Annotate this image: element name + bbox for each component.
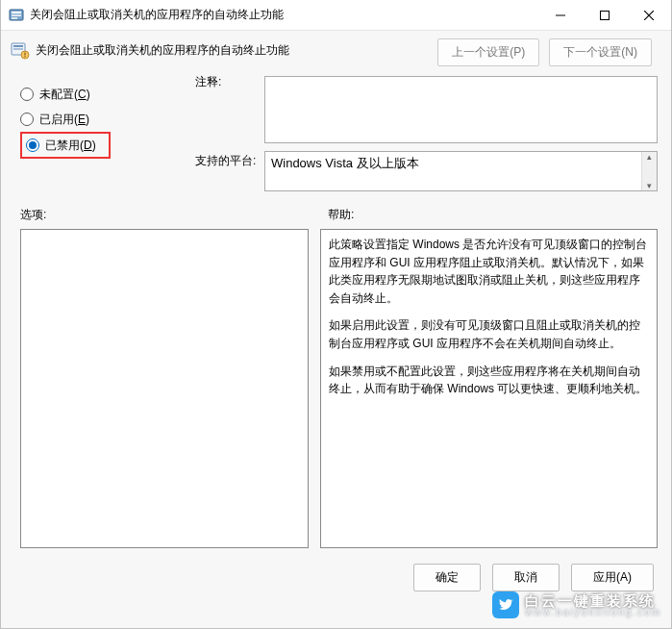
radio-icon (20, 113, 34, 126)
radio-label: 未配置 (39, 88, 74, 101)
watermark-brand: 白云一键重装系统 (525, 593, 661, 608)
svg-rect-10 (13, 48, 23, 50)
config-area: 未配置(C) 已启用(E) 已禁用(D) 注释: 支持的平台: Windows … (1, 70, 671, 193)
watermark-url: www.baiyunxitong.com (525, 608, 661, 617)
panels: 此策略设置指定 Windows 是否允许没有可见顶级窗口的控制台应用程序和 GU… (1, 229, 671, 556)
policy-icon (11, 40, 30, 60)
svg-rect-9 (13, 45, 23, 47)
svg-rect-2 (12, 14, 21, 16)
help-heading: 帮助: (328, 207, 658, 223)
policy-name: 关闭会阻止或取消关机的应用程序的自动终止功能 (36, 42, 289, 59)
radio-disabled[interactable]: 已禁用(D) (20, 132, 111, 159)
window-controls (538, 0, 671, 30)
window-title: 关闭会阻止或取消关机的应用程序的自动终止功能 (30, 7, 284, 23)
fields-column: 注释: 支持的平台: Windows Vista 及以上版本 ▴▾ (195, 72, 658, 191)
watermark-logo-icon (492, 591, 519, 618)
help-p2: 如果启用此设置，则没有可见顶级窗口且阻止或取消关机的控制台应用程序或 GUI 应… (329, 316, 649, 352)
platform-label: 支持的平台: (195, 153, 259, 169)
svg-rect-3 (12, 17, 17, 19)
radio-icon (20, 88, 34, 101)
prev-setting-button[interactable]: 上一个设置(P) (437, 38, 539, 66)
cancel-button[interactable]: 取消 (492, 564, 560, 591)
scrollbar[interactable]: ▴▾ (641, 152, 657, 190)
chevron-down-icon: ▾ (647, 181, 652, 190)
header-row: 关闭会阻止或取消关机的应用程序的自动终止功能 上一个设置(P) 下一个设置(N) (1, 31, 671, 70)
radio-not-configured[interactable]: 未配置(C) (20, 82, 189, 107)
maximize-button[interactable] (583, 0, 627, 30)
app-icon (9, 8, 24, 23)
help-p3: 如果禁用或不配置此设置，则这些应用程序将在关机期间自动终止，从而有助于确保 Wi… (329, 363, 649, 398)
radio-letter: E (78, 113, 86, 126)
svg-rect-5 (601, 11, 610, 19)
apply-button[interactable]: 应用(A) (571, 564, 654, 591)
svg-rect-13 (24, 56, 25, 57)
radio-enabled[interactable]: 已启用(E) (20, 107, 189, 132)
ok-button[interactable]: 确定 (413, 564, 481, 591)
comment-label: 注释: (195, 74, 259, 90)
setting-nav: 上一个设置(P) 下一个设置(N) (437, 38, 652, 66)
radio-icon (26, 138, 39, 152)
svg-rect-12 (24, 53, 25, 56)
watermark-text: 白云一键重装系统 www.baiyunxitong.com (525, 593, 661, 617)
options-heading: 选项: (20, 207, 328, 223)
state-radios: 未配置(C) 已启用(E) 已禁用(D) (20, 72, 189, 191)
titlebar: 关闭会阻止或取消关机的应用程序的自动终止功能 (1, 0, 671, 31)
svg-rect-1 (12, 12, 21, 13)
platform-value: Windows Vista 及以上版本 (271, 155, 419, 188)
supported-platform-box: Windows Vista 及以上版本 ▴▾ (264, 151, 658, 191)
comment-textarea[interactable] (264, 76, 658, 143)
watermark: 白云一键重装系统 www.baiyunxitong.com (492, 591, 661, 618)
help-panel[interactable]: 此策略设置指定 Windows 是否允许没有可见顶级窗口的控制台应用程序和 GU… (320, 229, 658, 548)
minimize-button[interactable] (538, 0, 583, 30)
radio-label: 已禁用 (45, 138, 80, 152)
radio-letter: C (78, 88, 87, 101)
options-panel[interactable] (20, 229, 309, 548)
help-p1: 此策略设置指定 Windows 是否允许没有可见顶级窗口的控制台应用程序和 GU… (329, 236, 649, 307)
radio-label: 已启用 (39, 113, 74, 126)
close-button[interactable] (627, 0, 671, 30)
radio-letter: D (84, 138, 92, 152)
next-setting-button[interactable]: 下一个设置(N) (549, 38, 652, 66)
section-heads: 选项: 帮助: (1, 193, 671, 229)
chevron-up-icon: ▴ (647, 152, 652, 162)
